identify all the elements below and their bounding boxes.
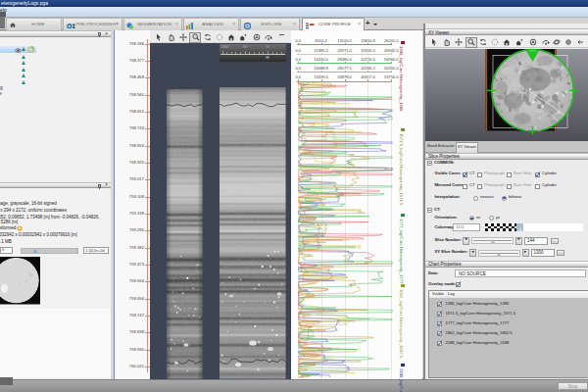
svg-text:1: 1 xyxy=(571,49,574,55)
